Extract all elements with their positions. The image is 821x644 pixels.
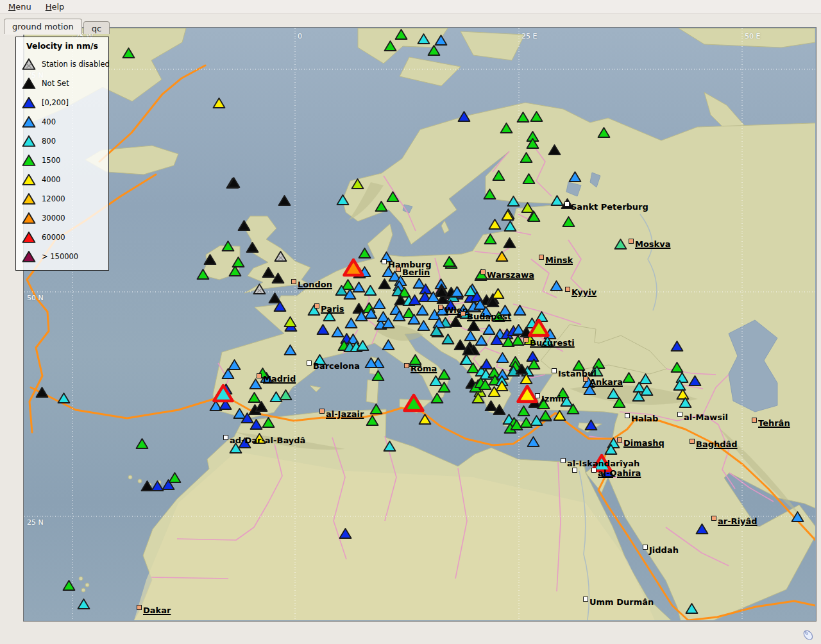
station-marker[interactable] [516,111,530,123]
station-marker[interactable] [507,195,520,207]
station-marker[interactable] [364,284,377,296]
station-marker[interactable] [274,250,287,262]
station-marker[interactable] [271,272,285,284]
station-marker[interactable] [316,323,330,335]
station-marker[interactable] [57,392,71,404]
station-marker[interactable] [527,358,541,370]
station-marker[interactable] [437,368,451,380]
station-marker[interactable] [168,471,182,484]
station-marker[interactable] [500,122,513,134]
station-marker[interactable] [203,253,217,266]
station-marker[interactable] [457,110,471,123]
station-marker[interactable] [255,400,268,412]
station-marker[interactable] [566,403,580,415]
station-marker[interactable] [501,209,514,221]
station-marker[interactable] [417,33,430,45]
station-marker[interactable] [417,319,430,332]
station-marker[interactable] [122,47,135,59]
station-marker[interactable] [250,418,263,430]
station-marker[interactable] [227,176,241,189]
station-marker[interactable] [430,325,443,337]
station-marker[interactable] [386,191,400,203]
tab-ground-motion[interactable]: ground motion [4,19,82,34]
station-alert-marker[interactable] [343,258,364,277]
station-marker[interactable] [284,316,297,328]
station-marker[interactable] [246,241,259,253]
station-marker[interactable] [449,316,462,328]
station-marker[interactable] [483,188,496,200]
station-marker[interactable] [515,363,529,375]
station-marker[interactable] [614,238,627,250]
station-marker[interactable] [366,414,379,427]
station-marker[interactable] [504,220,517,232]
station-marker[interactable] [279,389,292,401]
station-marker[interactable] [484,233,497,245]
station-marker[interactable] [584,419,598,431]
station-marker[interactable] [62,579,76,591]
station-marker[interactable] [496,352,509,364]
station-marker[interactable] [427,44,441,56]
station-marker[interactable] [613,396,626,409]
station-alert-marker[interactable] [403,393,425,412]
station-marker[interactable] [530,110,543,123]
station-marker[interactable] [495,250,509,262]
station-marker[interactable] [378,278,391,290]
station-marker[interactable] [339,527,352,539]
station-marker[interactable] [375,200,388,212]
station-marker[interactable] [278,194,291,207]
station-marker[interactable] [695,523,709,535]
station-marker[interactable] [522,173,536,185]
station-alert-marker[interactable] [212,384,234,403]
station-marker[interactable] [527,436,540,448]
station-marker[interactable] [382,317,395,329]
station-marker[interactable] [253,283,266,295]
station-marker[interactable] [539,409,552,421]
station-marker[interactable] [384,40,397,52]
station-marker[interactable] [488,218,502,230]
map-canvas[interactable]: 25 W025 E50 E75 N50 N25 N London Hamburg… [24,28,815,620]
station-marker[interactable] [478,378,492,391]
station-marker[interactable] [450,285,464,298]
station-marker[interactable] [221,240,235,252]
station-marker[interactable] [273,300,287,312]
station-marker[interactable] [553,409,566,421]
station-marker[interactable] [77,598,90,610]
station-marker[interactable] [351,178,364,190]
station-marker[interactable] [135,437,149,450]
station-marker[interactable] [568,171,582,183]
station-marker[interactable] [418,413,432,425]
menu-item-menu[interactable]: Menu [3,1,37,13]
station-marker[interactable] [228,265,242,277]
station-marker[interactable] [443,255,456,267]
station-marker[interactable] [35,386,49,398]
station-marker[interactable] [394,28,408,40]
station-marker[interactable] [336,194,350,206]
station-marker[interactable] [492,169,505,182]
station-marker[interactable] [640,384,654,396]
station-marker[interactable] [513,304,527,316]
station-marker[interactable] [196,268,210,280]
station-marker[interactable] [548,144,561,156]
station-marker[interactable] [344,317,358,329]
station-marker[interactable] [237,219,251,232]
station-marker[interactable] [462,344,475,356]
station-marker[interactable] [416,304,429,316]
station-alert-marker[interactable] [528,318,550,337]
station-marker[interactable] [550,280,563,292]
tab-qc[interactable]: qc [83,21,110,34]
station-marker[interactable] [520,151,533,164]
station-marker[interactable] [212,97,226,109]
station-marker[interactable] [527,210,541,223]
station-marker[interactable] [383,440,396,452]
station-marker[interactable] [471,392,485,404]
station-marker[interactable] [791,511,804,523]
menu-item-help[interactable]: Help [40,1,71,13]
station-marker[interactable] [685,602,698,614]
station-marker[interactable] [430,392,444,404]
station-marker[interactable] [262,416,275,428]
station-marker[interactable] [249,378,262,390]
station-marker[interactable] [679,396,692,409]
station-marker[interactable] [597,126,611,139]
station-marker[interactable] [441,333,455,345]
station-marker[interactable] [371,369,385,382]
